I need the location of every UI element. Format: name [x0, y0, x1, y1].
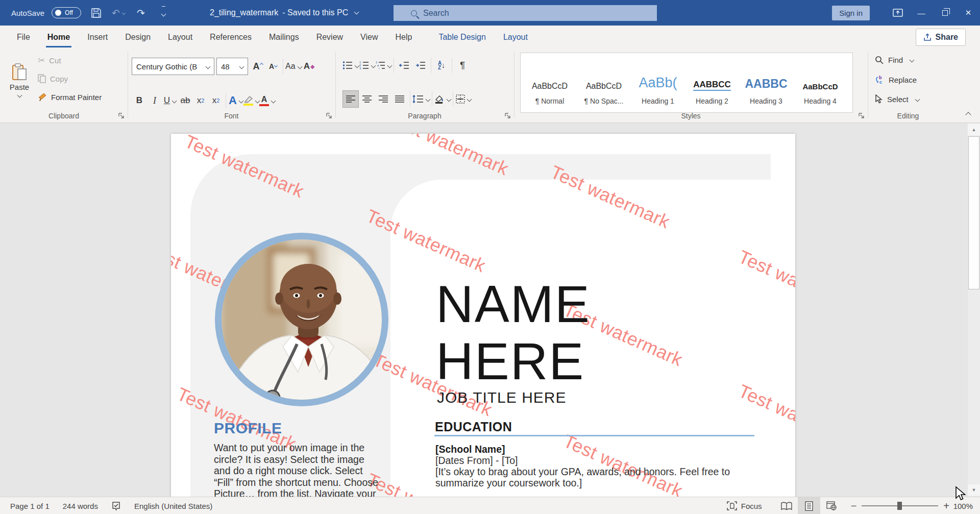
scroll-down-button[interactable]: ▼: [968, 484, 980, 496]
print-layout-button[interactable]: [798, 497, 820, 514]
tab-review[interactable]: Review: [308, 26, 352, 48]
style-heading-3[interactable]: AABBC Heading 3: [739, 56, 793, 109]
subscript-button[interactable]: x2: [193, 91, 208, 110]
scroll-up-button[interactable]: ▲: [968, 124, 980, 135]
save-button[interactable]: [88, 5, 104, 20]
font-color-button[interactable]: A: [259, 91, 275, 110]
tab-design[interactable]: Design: [116, 26, 159, 48]
collapse-ribbon-button[interactable]: [964, 110, 970, 118]
tab-table-design[interactable]: Table Design: [430, 26, 495, 48]
profile-heading[interactable]: PROFILE: [214, 420, 282, 437]
word-count[interactable]: 244 words: [63, 502, 98, 510]
clear-formatting-button[interactable]: A◆: [302, 57, 317, 76]
education-dates[interactable]: [Dates From] - [To]: [435, 455, 518, 467]
text-effects-button[interactable]: A: [228, 91, 243, 110]
autosave-toggle[interactable]: Off: [52, 7, 81, 18]
tab-layout[interactable]: Layout: [159, 26, 201, 48]
align-right-button[interactable]: [375, 90, 391, 108]
profile-photo[interactable]: [215, 233, 388, 406]
show-formatting-marks-button[interactable]: ¶: [454, 57, 471, 74]
education-school-name[interactable]: [School Name]: [435, 444, 505, 455]
paragraph-dialog-launcher[interactable]: [505, 113, 511, 119]
numbered-list-button[interactable]: 123: [359, 57, 375, 74]
undo-button[interactable]: ↶: [111, 5, 126, 20]
sign-in-button[interactable]: Sign in: [832, 6, 870, 20]
bullet-list-button[interactable]: [342, 57, 359, 74]
style-normal[interactable]: AaBbCcD ¶ Normal: [523, 56, 577, 109]
tab-mailings[interactable]: Mailings: [260, 26, 308, 48]
align-center-button[interactable]: [359, 90, 375, 108]
style-heading-2[interactable]: AABBCC Heading 2: [685, 56, 739, 109]
style-heading-1[interactable]: AaBb( Heading 1: [631, 56, 685, 109]
underline-button[interactable]: U: [162, 91, 178, 110]
tab-help[interactable]: Help: [386, 26, 421, 48]
paste-dropdown-icon[interactable]: [17, 93, 22, 98]
font-family-combobox[interactable]: Century Gothic (B: [132, 58, 214, 75]
zoom-slider[interactable]: [862, 505, 938, 506]
language-indicator[interactable]: English (United States): [134, 502, 212, 510]
share-button[interactable]: Share: [916, 29, 966, 46]
web-layout-button[interactable]: [820, 497, 843, 514]
style-heading-4[interactable]: AaBbCcD Heading 4: [793, 56, 847, 109]
search-input[interactable]: Search: [394, 5, 657, 21]
copy-button[interactable]: Copy: [38, 72, 102, 85]
document-page[interactable]: Test watermark Test watermark Test water…: [171, 134, 795, 497]
strikethrough-button[interactable]: ab: [178, 91, 193, 110]
scrollbar-thumb[interactable]: [968, 136, 979, 289]
increase-indent-button[interactable]: [412, 57, 429, 74]
zoom-percentage[interactable]: 100%: [949, 502, 976, 510]
font-family-dropdown-icon[interactable]: [206, 64, 211, 69]
tab-insert[interactable]: Insert: [79, 26, 116, 48]
font-dialog-launcher[interactable]: [326, 113, 332, 119]
change-case-button[interactable]: Aa: [285, 57, 302, 76]
resume-name[interactable]: NAME HERE: [436, 276, 591, 390]
sort-button[interactable]: AZ ↓: [433, 57, 450, 74]
bold-button[interactable]: B: [132, 91, 147, 110]
multilevel-list-button[interactable]: 1ai: [375, 57, 391, 74]
grow-font-button[interactable]: A: [250, 57, 265, 76]
tab-file[interactable]: File: [8, 26, 39, 48]
clipboard-dialog-launcher[interactable]: [118, 113, 125, 119]
tab-references[interactable]: References: [201, 26, 260, 48]
format-painter-button[interactable]: Format Painter: [38, 90, 102, 104]
document-canvas[interactable]: Test watermark Test watermark Test water…: [0, 123, 980, 497]
style-no-spacing[interactable]: AaBbCcD ¶ No Spac...: [577, 56, 631, 109]
borders-button[interactable]: [455, 90, 472, 108]
proofing-errors-icon[interactable]: [111, 501, 121, 511]
superscript-button[interactable]: x2: [208, 91, 224, 110]
page-count[interactable]: Page 1 of 1: [10, 502, 50, 510]
text-highlight-button[interactable]: [243, 91, 259, 110]
education-heading[interactable]: EDUCATION: [435, 420, 512, 434]
decrease-indent-button[interactable]: [396, 57, 412, 74]
shrink-font-button[interactable]: A: [265, 57, 281, 76]
shading-button[interactable]: [434, 90, 451, 108]
quick-access-toolbar-menu[interactable]: [156, 5, 171, 20]
line-spacing-button[interactable]: [412, 90, 430, 108]
font-size-dropdown-icon[interactable]: [239, 64, 244, 69]
title-dropdown-icon[interactable]: [354, 9, 359, 14]
paste-button[interactable]: Paste: [6, 53, 33, 108]
focus-mode-button[interactable]: Focus: [727, 501, 762, 510]
resume-job-title[interactable]: JOB TITLE HERE: [437, 389, 567, 406]
education-description[interactable]: [It’s okay to brag about your GPA, award…: [435, 466, 730, 488]
cut-button[interactable]: ✂ Cut: [38, 54, 102, 67]
ribbon-display-options-button[interactable]: [886, 0, 910, 26]
tab-layout-contextual[interactable]: Layout: [495, 26, 536, 48]
styles-dialog-launcher[interactable]: [859, 113, 865, 119]
replace-button[interactable]: bc Replace: [875, 75, 917, 84]
redo-button[interactable]: ↷: [133, 5, 149, 20]
justify-button[interactable]: [391, 90, 408, 108]
saved-status[interactable]: - Saved to this PC: [282, 8, 348, 17]
zoom-slider-thumb[interactable]: [897, 502, 902, 510]
italic-button[interactable]: I: [147, 91, 162, 110]
vertical-scrollbar[interactable]: ▲ ▼: [968, 123, 980, 497]
tab-home[interactable]: Home: [39, 26, 79, 48]
close-button[interactable]: ✕: [957, 0, 980, 26]
read-mode-button[interactable]: [775, 497, 798, 514]
find-button[interactable]: Find: [875, 56, 914, 64]
profile-paragraph[interactable]: Want to put your own image in the circle…: [214, 442, 378, 497]
select-button[interactable]: Select: [875, 94, 919, 104]
minimize-button[interactable]: —: [910, 0, 933, 26]
zoom-in-button[interactable]: +: [943, 500, 949, 512]
font-size-combobox[interactable]: 48: [216, 58, 248, 75]
